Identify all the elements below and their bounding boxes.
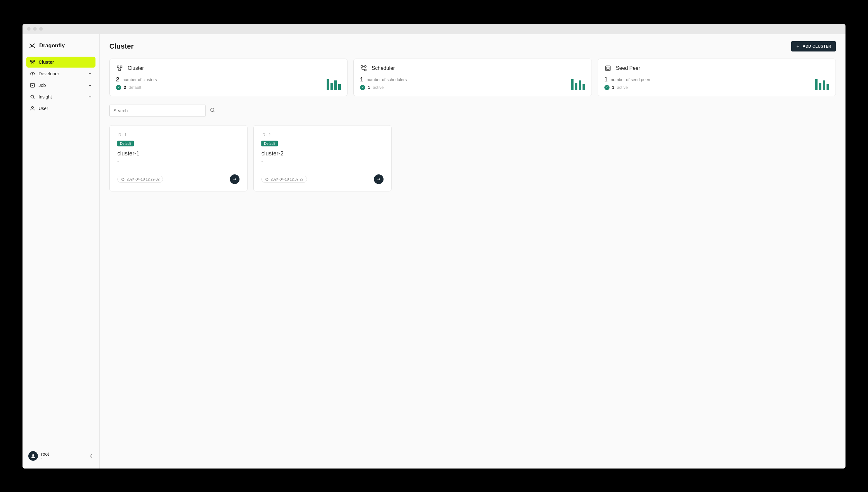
svg-rect-2 <box>33 60 35 62</box>
svg-point-16 <box>211 108 214 112</box>
job-icon <box>30 82 35 88</box>
stat-title: Cluster <box>128 65 144 71</box>
svg-rect-3 <box>32 63 33 64</box>
stat-count-label: number of seed peers <box>611 77 651 82</box>
timestamp-badge: 2024-04-18 12:37:27 <box>261 176 307 183</box>
timestamp: 2024-04-18 12:37:27 <box>271 177 304 181</box>
open-cluster-button[interactable] <box>230 174 239 184</box>
search-bar <box>109 104 836 117</box>
svg-point-11 <box>361 65 363 67</box>
default-badge: Default <box>117 141 134 146</box>
svg-point-7 <box>32 454 34 456</box>
search-icon <box>210 107 215 113</box>
stat-card-seedpeer: Seed Peer 1 number of seed peers ✓ 1 act… <box>598 58 836 96</box>
bar-chart-icon <box>571 79 585 90</box>
stat-sub-count: 1 <box>368 85 370 90</box>
traffic-light-close[interactable] <box>27 27 30 30</box>
clock-icon <box>265 177 269 181</box>
nav-item-job[interactable]: Job <box>26 80 96 91</box>
cluster-icon <box>116 65 123 72</box>
stat-card-cluster: Cluster 2 number of clusters ✓ 2 default <box>109 58 347 96</box>
default-badge: Default <box>261 141 278 146</box>
cluster-icon <box>30 59 35 65</box>
code-icon <box>30 71 35 77</box>
cluster-card: ID : 2 Default cluster-2 - 2024-04-18 12… <box>253 125 392 192</box>
traffic-light-max[interactable] <box>39 27 43 30</box>
nav: Cluster Developer Job <box>26 57 96 114</box>
timestamp: 2024-04-18 12:29:02 <box>127 177 159 181</box>
nav-item-insight[interactable]: Insight <box>26 91 96 102</box>
svg-rect-10 <box>119 69 121 71</box>
clock-icon <box>121 177 125 181</box>
stat-card-scheduler: Scheduler 1 number of schedulers ✓ 1 act… <box>353 58 591 96</box>
cluster-name: cluster-1 <box>117 150 239 157</box>
stat-sub-count: 1 <box>612 85 614 90</box>
insight-icon <box>30 94 35 100</box>
check-icon: ✓ <box>604 85 609 90</box>
nav-label: Insight <box>38 94 52 99</box>
search-input[interactable] <box>109 104 206 117</box>
nav-item-cluster[interactable]: Cluster <box>26 57 96 68</box>
open-cluster-button[interactable] <box>374 174 384 184</box>
cluster-card: ID : 1 Default cluster-1 - 2024-04-18 12… <box>109 125 247 192</box>
svg-point-6 <box>31 106 33 108</box>
search-button[interactable] <box>209 107 216 114</box>
titlebar <box>23 24 845 34</box>
svg-rect-15 <box>607 67 609 69</box>
main: Cluster ADD CLUSTER Cluster 2 number of … <box>100 34 845 468</box>
page-header: Cluster ADD CLUSTER <box>109 41 836 51</box>
stat-sub-label: active <box>617 85 628 90</box>
scheduler-icon <box>360 65 367 72</box>
svg-point-13 <box>365 65 367 67</box>
nav-item-developer[interactable]: Developer <box>26 68 96 79</box>
avatar-icon <box>28 451 38 461</box>
nav-label: Cluster <box>38 59 54 65</box>
dragonfly-logo-icon <box>28 42 36 50</box>
cluster-desc: - <box>261 159 384 165</box>
cluster-name: cluster-2 <box>261 150 384 157</box>
seedpeer-icon <box>604 65 611 72</box>
brand-name: Dragonfly <box>39 43 64 49</box>
svg-rect-8 <box>117 66 119 68</box>
cluster-id: ID : 2 <box>261 132 384 137</box>
user-role: - <box>41 457 49 460</box>
stat-count-label: number of clusters <box>123 77 157 82</box>
chevron-down-icon <box>88 83 92 88</box>
sidebar-user[interactable]: root - <box>26 448 96 464</box>
svg-rect-1 <box>30 60 32 62</box>
stat-count: 1 <box>360 76 363 83</box>
chevron-down-icon <box>88 71 92 76</box>
svg-point-12 <box>365 69 367 71</box>
stat-count-label: number of schedulers <box>367 77 407 82</box>
stats-row: Cluster 2 number of clusters ✓ 2 default <box>109 58 836 96</box>
app-body: Dragonfly Cluster Developer <box>23 34 845 468</box>
check-icon: ✓ <box>116 85 121 90</box>
traffic-light-min[interactable] <box>33 27 37 30</box>
stat-count: 2 <box>116 76 119 83</box>
arrow-right-icon <box>232 177 237 181</box>
timestamp-badge: 2024-04-18 12:29:02 <box>117 176 163 183</box>
cluster-cards: ID : 1 Default cluster-1 - 2024-04-18 12… <box>109 125 836 192</box>
cluster-id: ID : 1 <box>117 132 239 137</box>
user-name: root <box>41 451 49 457</box>
cluster-desc: - <box>117 159 239 165</box>
nav-item-user[interactable]: User <box>26 103 96 114</box>
arrow-right-icon <box>376 177 381 181</box>
user-meta: root - <box>41 451 49 460</box>
page-title: Cluster <box>109 42 134 51</box>
stat-sub-label: default <box>129 85 141 90</box>
user-icon <box>30 105 35 111</box>
plus-icon <box>796 44 800 49</box>
nav-label: Job <box>38 83 46 88</box>
stat-title: Scheduler <box>372 65 395 71</box>
add-cluster-label: ADD CLUSTER <box>803 44 831 49</box>
add-cluster-button[interactable]: ADD CLUSTER <box>791 41 836 51</box>
stat-title: Seed Peer <box>616 65 640 71</box>
brand: Dragonfly <box>26 39 96 57</box>
svg-rect-14 <box>605 66 610 71</box>
app-window: Dragonfly Cluster Developer <box>23 24 845 468</box>
chevron-down-icon <box>88 95 92 99</box>
stat-sub-label: active <box>373 85 384 90</box>
check-icon: ✓ <box>360 85 365 90</box>
sidebar: Dragonfly Cluster Developer <box>23 34 100 468</box>
